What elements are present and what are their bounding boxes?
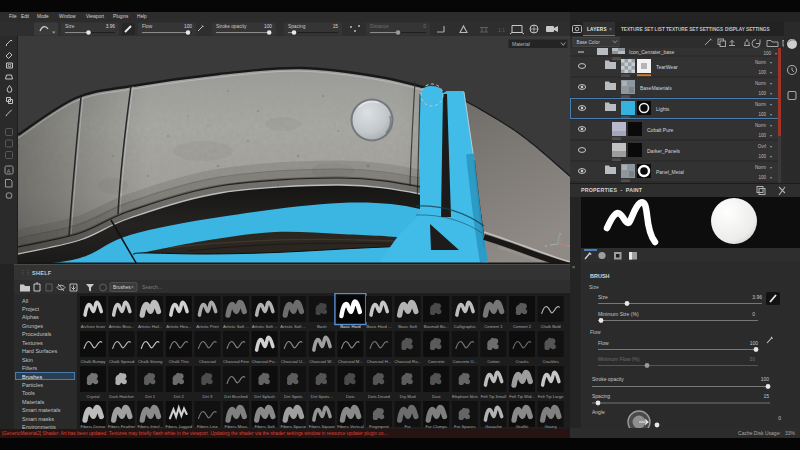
svg-text:Cracks: Cracks [515,359,528,364]
svg-text:LAYERS: LAYERS [587,27,607,32]
svg-text:Distance: Distance [370,24,389,29]
svg-text:00000: 00000 [612,137,621,141]
svg-text:100: 100 [758,154,766,159]
svg-text:100: 100 [758,133,766,138]
svg-text:Minimum Size (%): Minimum Size (%) [598,311,639,317]
svg-text:Cotton: Cotton [487,359,500,364]
svg-text:Cement 2: Cement 2 [513,324,532,329]
svg-text:Concrete: Concrete [428,359,446,364]
svg-text:Felt Tip Large: Felt Tip Large [538,394,564,399]
svg-text:Archive Inser: Archive Inser [81,324,106,329]
svg-text:1:1: 1:1 [498,27,505,33]
svg-text:30: 30 [749,356,755,362]
svg-text:▾: ▾ [770,70,772,75]
svg-text:Dirt Spots...: Dirt Spots... [311,394,333,399]
svg-text:Concrete U...: Concrete U... [452,359,477,364]
svg-text:Charcoal M...: Charcoal M... [338,359,363,364]
svg-text:00000: 00000 [621,116,630,120]
svg-text:0: 0 [778,415,781,421]
svg-text:Spacing: Spacing [592,393,610,399]
svg-text:▾: ▾ [770,165,772,170]
svg-text:Basmalt Bu...: Basmalt Bu... [424,324,449,329]
svg-text:Dirt 3: Dirt 3 [202,394,213,399]
svg-text:Spacing: Spacing [288,24,306,29]
svg-text:Search...: Search... [142,284,162,290]
svg-text:Chalk Strong: Chalk Strong [138,359,163,364]
svg-text:TEXTURE SET SETTINGS: TEXTURE SET SETTINGS [666,27,723,32]
svg-text:15: 15 [333,24,339,29]
svg-text:Norm: Norm [755,60,766,65]
svg-text:100: 100 [758,70,766,75]
svg-text:Artistic Hea...: Artistic Hea... [166,324,191,329]
svg-text:Artistic Hail...: Artistic Hail... [138,324,162,329]
svg-text:▾: ▾ [770,175,772,180]
svg-text:▾: ▾ [770,81,772,86]
svg-text:Dark Hatcher: Dark Hatcher [109,394,134,399]
svg-text:00000: 00000 [612,158,621,162]
svg-text:Angle: Angle [592,409,605,415]
svg-text:Minimum Flow (%): Minimum Flow (%) [598,356,640,362]
svg-text:TEXTURE SET LIST: TEXTURE SET LIST [621,27,665,32]
svg-text:Chalk Thin: Chalk Thin [169,359,190,364]
svg-text:z: z [545,243,547,248]
svg-text:Cobalt Pure: Cobalt Pure [647,127,674,133]
svg-text:Size: Size [65,24,75,29]
svg-text:DISPLAY SETTINGS: DISPLAY SETTINGS [725,27,770,32]
svg-text:Artistic Soft ...: Artistic Soft ... [280,324,306,329]
svg-text:Material: Material [512,41,530,47]
svg-text:Icon_Cenrater_base: Icon_Cenrater_base [629,49,675,55]
svg-text:Charcoal U...: Charcoal U... [281,359,305,364]
svg-text:Chalk Spread: Chalk Spread [109,359,135,364]
svg-text:100: 100 [763,51,771,56]
svg-text:100: 100 [184,24,192,29]
svg-text:Crystal: Crystal [86,394,99,399]
svg-text:Dry Mud: Dry Mud [400,394,416,399]
svg-text:×: × [131,285,134,290]
svg-text:Ovrl: Ovrl [758,144,766,149]
svg-text:Panel_Metal: Panel_Metal [656,169,684,175]
svg-text:Calligraphic: Calligraphic [454,324,476,329]
svg-text:100: 100 [761,376,770,382]
svg-text:Artistic Brus...: Artistic Brus... [109,324,135,329]
svg-text:×: × [609,26,612,32]
svg-text:Dirt Spots: Dirt Spots [284,394,302,399]
svg-text:Stroke opacity: Stroke opacity [216,24,247,29]
svg-text:Norm: Norm [755,165,766,170]
svg-text:Dots: Dots [346,394,355,399]
svg-text:Felt Tip Small: Felt Tip Small [481,394,506,399]
svg-text:00000: 00000 [612,57,621,61]
svg-text:▾: ▾ [770,102,772,107]
svg-text:Basic Soft: Basic Soft [398,324,418,329]
svg-text:Charcoal H...: Charcoal H... [367,359,391,364]
svg-text:Elephant Skin: Elephant Skin [452,394,479,399]
svg-text:▾: ▾ [770,123,772,128]
svg-text:Size: Size [598,294,608,300]
svg-text:BaseMaterials: BaseMaterials [640,85,672,91]
svg-text:100: 100 [758,175,766,180]
svg-text:Norm: Norm [755,123,766,128]
svg-text:x: x [567,243,569,248]
svg-text:▾: ▾ [770,91,772,96]
svg-text:y: y [559,231,561,236]
svg-text:Norm: Norm [755,102,766,107]
svg-text:0: 0 [752,311,755,317]
svg-text:3.96: 3.96 [752,294,762,300]
svg-text:▾: ▾ [770,154,772,159]
svg-text:Dirt Brushed: Dirt Brushed [224,394,248,399]
svg-text:Flow: Flow [598,340,609,346]
svg-text:Lights: Lights [656,106,670,112]
svg-text:Charcoal: Charcoal [199,359,216,364]
svg-text:Felt Tip Wid...: Felt Tip Wid... [509,394,535,399]
svg-text:Chalk Bold: Chalk Bold [540,324,561,329]
svg-text:Cement 1: Cement 1 [484,324,503,329]
svg-text:Stroke opacity: Stroke opacity [592,376,624,382]
svg-text:▾: ▾ [770,133,772,138]
svg-text:▾: ▾ [770,60,772,65]
svg-text:▾: ▾ [770,144,772,149]
svg-text:Dirt Splash: Dirt Splash [254,394,275,399]
svg-text:Charcoal W...: Charcoal W... [309,359,334,364]
svg-text:▾: ▾ [775,51,777,56]
svg-text:Dirt 1: Dirt 1 [145,394,156,399]
svg-text:Bash: Bash [317,324,327,329]
svg-text:Basic Hard: Basic Hard [340,324,361,329]
